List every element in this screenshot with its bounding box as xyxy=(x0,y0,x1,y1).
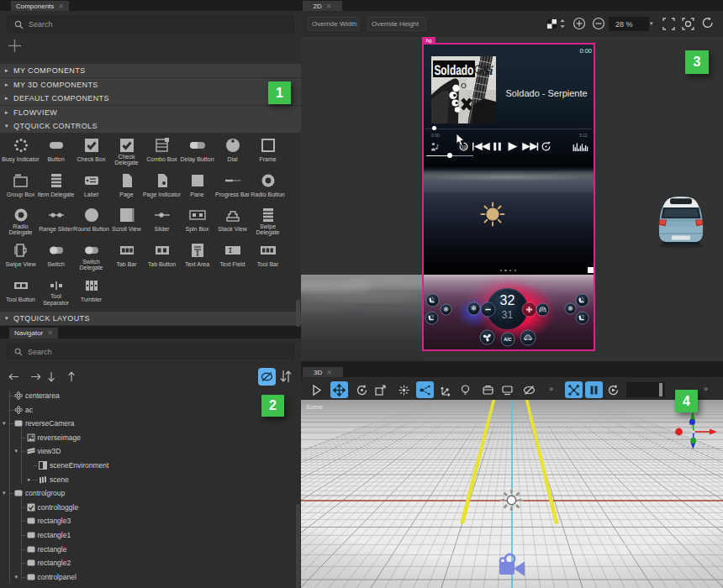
svg-text:Scene: Scene xyxy=(306,404,323,410)
